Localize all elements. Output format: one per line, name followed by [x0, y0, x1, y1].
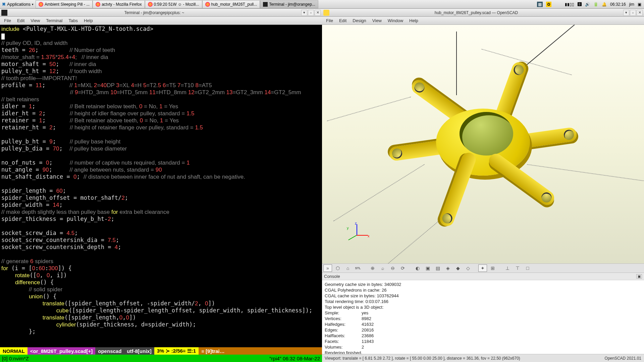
openscad-viewport[interactable]: z x y	[322, 25, 644, 263]
desktop-panel: ✖ Applications ▾ Ambient Sleeping Pill -…	[0, 0, 644, 9]
terminal-icon	[263, 2, 268, 7]
user-label[interactable]: jim	[629, 2, 634, 7]
menu-design[interactable]: Design	[350, 17, 369, 24]
edges-icon[interactable]: ⊤	[513, 264, 522, 272]
ortho-icon[interactable]: ⊞	[488, 264, 497, 272]
maximize-button[interactable]: ▫	[630, 10, 636, 16]
menu-help[interactable]: Help	[81, 17, 96, 24]
task-terminal[interactable]: Terminal - jim@orangep...	[260, 0, 318, 8]
terminal-title: Terminal - jim@orangepipcplus: ~	[9, 10, 300, 15]
tray-app-icon[interactable]: ✿	[546, 2, 551, 7]
menu-edit[interactable]: Edit	[336, 17, 349, 24]
close-button[interactable]: ✕	[637, 10, 643, 16]
vim-filetype: openscad	[95, 347, 124, 355]
view-front-icon[interactable]: ◆	[453, 264, 462, 272]
tool-render-icon[interactable]: ⬡	[333, 264, 342, 272]
clock[interactable]: 06:32:16	[610, 2, 626, 7]
openscad-toolbar: » ⬡ ⌂ STL ⊕ ⌕ ⊖ ⟳ ◐ ▣ ▤ ◈ ◆ ◇ ✦ ⊞ ⊥ ⊤ □	[322, 263, 644, 273]
view-top-icon[interactable]: ▣	[423, 264, 432, 272]
task-hubmotor[interactable]: hub_motor_8M26T_pull...	[202, 0, 260, 8]
task-actvty[interactable]: actvty - Mozilla Firefox	[93, 0, 145, 8]
console-close-icon[interactable]: ▣	[636, 274, 642, 279]
zoom-fit-icon[interactable]: ⌕	[378, 264, 387, 272]
menu-view[interactable]: View	[370, 17, 384, 24]
vim-filename: <or_8M26T_pulley.scad[+]	[28, 347, 95, 355]
rendered-model	[376, 72, 590, 239]
terminal-titlebar[interactable]: Terminal - jim@orangepipcplus: ~ ▾ ▫ ✕	[0, 9, 322, 17]
menu-file[interactable]: File	[1, 17, 14, 24]
reset-view-icon[interactable]: ⟳	[398, 264, 407, 272]
view-left-icon[interactable]: ◈	[443, 264, 452, 272]
minimize-button[interactable]: ▾	[623, 10, 629, 16]
terminal-icon	[1, 10, 7, 16]
firefox-icon	[96, 2, 100, 7]
tool-send-icon[interactable]: ⌂	[343, 264, 352, 272]
editor-content[interactable]: include <Pulley_T-MXL-XL-HTD-GT2_N-tooth…	[0, 25, 322, 347]
perspective-icon[interactable]: ✦	[478, 264, 487, 272]
vim-statusline: NORMAL <or_8M26T_pulley.scad[+] openscad…	[0, 347, 322, 355]
system-tray: ▦ ✿ ▮▮▯▯ 🅱 🔊 🔋 🔔 06:32:16 jim ▣	[534, 2, 644, 7]
zoom-in-icon[interactable]: ⊕	[368, 264, 377, 272]
openscad-menubar: File Edit Design View Window Help	[322, 17, 644, 25]
task-timer[interactable]: 0:59:20 51W ☺ - Mozill...	[145, 0, 202, 8]
taskbar: Ambient Sleeping Pill - ... actvty - Moz…	[36, 0, 534, 8]
viewport-info: Viewport: translate = [ 6.81 5.28 2.72 ]…	[325, 356, 520, 361]
menu-edit[interactable]: Edit	[14, 17, 27, 24]
firefox-icon	[39, 2, 43, 7]
openscad-title: hub_motor_8M26T_pulley.scad — OpenSCAD	[331, 10, 622, 15]
axes-icon[interactable]: ⊥	[503, 264, 512, 272]
openscad-statusbar: Viewport: translate = [ 6.81 5.28 2.72 ]…	[322, 354, 644, 362]
tmux-statusline: [0] 0:nvim*Z "rpi4" 06:32 08-Mar-22	[0, 355, 322, 362]
tmux-right: "rpi4" 06:32 08-Mar-22	[269, 356, 320, 361]
minimize-button[interactable]: ▾	[301, 10, 307, 16]
view-right-icon[interactable]: ◐	[413, 264, 422, 272]
version-label: OpenSCAD 2021.01	[605, 356, 641, 361]
tool-stl-icon[interactable]: STL	[354, 264, 362, 272]
menu-view[interactable]: View	[28, 17, 43, 24]
zoom-out-icon[interactable]: ⊖	[388, 264, 397, 272]
volume-icon[interactable]: 🔊	[585, 2, 590, 7]
menu-tabs[interactable]: Tabs	[66, 17, 80, 24]
applications-menu[interactable]: ✖ Applications ▾	[0, 2, 36, 7]
user-menu-icon[interactable]: ▣	[638, 2, 641, 7]
vim-position: 3% ≻ :2/56≡ ☰:1	[154, 347, 199, 355]
task-ambient[interactable]: Ambient Sleeping Pill - ...	[36, 0, 93, 8]
openscad-window: hub_motor_8M26T_pulley.scad — OpenSCAD ▾…	[322, 9, 644, 362]
scale-icon[interactable]: □	[523, 264, 532, 272]
maximize-button[interactable]: ▫	[308, 10, 314, 16]
firefox-icon	[205, 2, 210, 7]
menu-help[interactable]: Help	[407, 17, 421, 24]
terminal-menubar: File Edit View Terminal Tabs Help	[0, 17, 322, 25]
close-button[interactable]: ✕	[315, 10, 321, 16]
tray-workspace-icon[interactable]: ▦	[537, 2, 543, 7]
network-icon[interactable]: ▮▮▯▯	[565, 2, 574, 7]
menu-file[interactable]: File	[323, 17, 336, 24]
menu-window[interactable]: Window	[385, 17, 406, 24]
notification-icon[interactable]: 🔔	[602, 2, 607, 7]
openscad-console[interactable]: Geometry cache size in bytes: 3409032 CG…	[322, 280, 644, 354]
terminal-window: Terminal - jim@orangepipcplus: ~ ▾ ▫ ✕ F…	[0, 9, 322, 362]
bluetooth-icon[interactable]: 🅱	[578, 2, 582, 7]
vim-encoding: utf-8[unix]	[124, 347, 154, 355]
menu-terminal[interactable]: Terminal	[43, 17, 65, 24]
view-back-icon[interactable]: ◇	[464, 264, 472, 272]
firefox-icon	[148, 2, 153, 7]
vim-trail: ≡ [9]trai…	[199, 347, 322, 355]
axis-gizmo: z x y	[352, 223, 369, 240]
openscad-icon	[323, 10, 329, 16]
console-header[interactable]: Console ▣	[322, 273, 644, 280]
openscad-titlebar[interactable]: hub_motor_8M26T_pulley.scad — OpenSCAD ▾…	[322, 9, 644, 17]
battery-icon[interactable]: 🔋	[593, 2, 598, 7]
tmux-left: [0] 0:nvim*Z	[2, 356, 29, 361]
view-bottom-icon[interactable]: ▤	[433, 264, 442, 272]
tool-preview-icon[interactable]: »	[323, 264, 332, 272]
vim-mode: NORMAL	[0, 347, 28, 355]
